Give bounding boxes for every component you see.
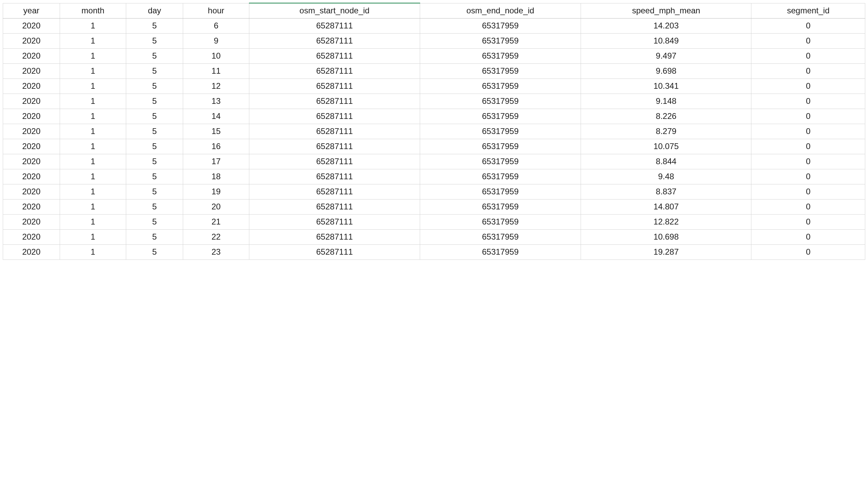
cell[interactable]: 0 [751, 154, 865, 169]
cell[interactable]: 65287111 [249, 109, 420, 124]
cell[interactable]: 8.279 [581, 124, 751, 139]
cell[interactable]: 1 [60, 154, 126, 169]
cell[interactable]: 5 [126, 124, 183, 139]
cell[interactable]: 0 [751, 244, 865, 259]
cell[interactable]: 18 [183, 169, 249, 184]
col-header-month[interactable]: month [60, 3, 126, 18]
cell[interactable]: 1 [60, 244, 126, 259]
cell[interactable]: 14 [183, 109, 249, 124]
cell[interactable]: 65287111 [249, 63, 420, 78]
cell[interactable]: 1 [60, 94, 126, 109]
cell[interactable]: 0 [751, 139, 865, 154]
col-header-year[interactable]: year [3, 3, 60, 18]
cell[interactable]: 5 [126, 184, 183, 199]
cell[interactable]: 0 [751, 18, 865, 33]
cell[interactable]: 65317959 [420, 169, 581, 184]
cell[interactable]: 65287111 [249, 33, 420, 48]
cell[interactable]: 0 [751, 229, 865, 244]
col-header-osm-end-node-id[interactable]: osm_end_node_id [420, 3, 581, 18]
cell[interactable]: 1 [60, 63, 126, 78]
cell[interactable]: 8.837 [581, 184, 751, 199]
cell[interactable]: 21 [183, 214, 249, 229]
cell[interactable]: 65287111 [249, 184, 420, 199]
cell[interactable]: 14.807 [581, 199, 751, 214]
cell[interactable]: 6 [183, 18, 249, 33]
cell[interactable]: 0 [751, 169, 865, 184]
cell[interactable]: 1 [60, 124, 126, 139]
cell[interactable]: 1 [60, 169, 126, 184]
cell[interactable]: 11 [183, 63, 249, 78]
cell[interactable]: 2020 [3, 124, 60, 139]
cell[interactable]: 0 [751, 63, 865, 78]
col-header-segment-id[interactable]: segment_id [751, 3, 865, 18]
cell[interactable]: 65317959 [420, 18, 581, 33]
cell[interactable]: 0 [751, 184, 865, 199]
col-header-osm-start-node-id[interactable]: osm_start_node_id [249, 3, 420, 18]
cell[interactable]: 19 [183, 184, 249, 199]
cell[interactable]: 1 [60, 199, 126, 214]
cell[interactable]: 9.497 [581, 48, 751, 63]
cell[interactable]: 65287111 [249, 94, 420, 109]
cell[interactable]: 10.075 [581, 139, 751, 154]
cell[interactable]: 10.849 [581, 33, 751, 48]
cell[interactable]: 8.844 [581, 154, 751, 169]
cell[interactable]: 65287111 [249, 18, 420, 33]
cell[interactable]: 1 [60, 214, 126, 229]
cell[interactable]: 65317959 [420, 184, 581, 199]
cell[interactable]: 19.287 [581, 244, 751, 259]
cell[interactable]: 5 [126, 94, 183, 109]
col-header-hour[interactable]: hour [183, 3, 249, 18]
cell[interactable]: 22 [183, 229, 249, 244]
cell[interactable]: 2020 [3, 199, 60, 214]
cell[interactable]: 13 [183, 94, 249, 109]
cell[interactable]: 5 [126, 33, 183, 48]
cell[interactable]: 2020 [3, 18, 60, 33]
cell[interactable]: 1 [60, 184, 126, 199]
cell[interactable]: 16 [183, 139, 249, 154]
cell[interactable]: 2020 [3, 63, 60, 78]
cell[interactable]: 5 [126, 229, 183, 244]
cell[interactable]: 65317959 [420, 244, 581, 259]
cell[interactable]: 1 [60, 33, 126, 48]
cell[interactable]: 65287111 [249, 48, 420, 63]
cell[interactable]: 2020 [3, 184, 60, 199]
cell[interactable]: 23 [183, 244, 249, 259]
col-header-speed-mph-mean[interactable]: speed_mph_mean [581, 3, 751, 18]
cell[interactable]: 0 [751, 94, 865, 109]
cell[interactable]: 2020 [3, 109, 60, 124]
cell[interactable]: 2020 [3, 48, 60, 63]
cell[interactable]: 65317959 [420, 33, 581, 48]
cell[interactable]: 12.822 [581, 214, 751, 229]
cell[interactable]: 9.148 [581, 94, 751, 109]
cell[interactable]: 5 [126, 78, 183, 94]
cell[interactable]: 65317959 [420, 78, 581, 94]
cell[interactable]: 10.341 [581, 78, 751, 94]
col-header-day[interactable]: day [126, 3, 183, 18]
cell[interactable]: 5 [126, 154, 183, 169]
cell[interactable]: 65287111 [249, 124, 420, 139]
cell[interactable]: 1 [60, 229, 126, 244]
cell[interactable]: 65317959 [420, 48, 581, 63]
cell[interactable]: 65287111 [249, 139, 420, 154]
cell[interactable]: 14.203 [581, 18, 751, 33]
cell[interactable]: 65317959 [420, 124, 581, 139]
cell[interactable]: 2020 [3, 94, 60, 109]
cell[interactable]: 5 [126, 214, 183, 229]
cell[interactable]: 65317959 [420, 63, 581, 78]
cell[interactable]: 9.698 [581, 63, 751, 78]
cell[interactable]: 0 [751, 199, 865, 214]
cell[interactable]: 2020 [3, 229, 60, 244]
cell[interactable]: 2020 [3, 78, 60, 94]
cell[interactable]: 0 [751, 33, 865, 48]
cell[interactable]: 1 [60, 109, 126, 124]
cell[interactable]: 65317959 [420, 229, 581, 244]
cell[interactable]: 5 [126, 244, 183, 259]
cell[interactable]: 65287111 [249, 78, 420, 94]
cell[interactable]: 1 [60, 78, 126, 94]
cell[interactable]: 5 [126, 48, 183, 63]
cell[interactable]: 2020 [3, 33, 60, 48]
cell[interactable]: 65287111 [249, 154, 420, 169]
cell[interactable]: 5 [126, 139, 183, 154]
cell[interactable]: 2020 [3, 244, 60, 259]
cell[interactable]: 9.48 [581, 169, 751, 184]
